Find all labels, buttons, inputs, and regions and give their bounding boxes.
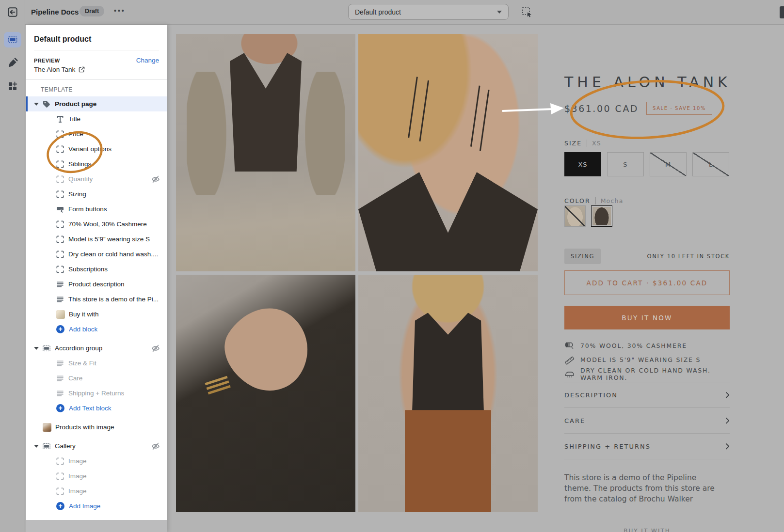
section-picker-icon[interactable] (522, 7, 533, 18)
tree-item-sizing[interactable]: Sizing (26, 187, 167, 202)
section-icon (43, 344, 50, 352)
accordion-description[interactable]: DESCRIPTION (564, 382, 730, 408)
tree-item-product-page[interactable]: Product page (26, 96, 167, 111)
brackets-icon (56, 190, 64, 198)
size-button-xs[interactable]: XS (564, 152, 601, 176)
change-preview-link[interactable]: Change (136, 57, 159, 64)
tree-item-gallery[interactable]: Gallery (26, 438, 167, 454)
exit-editor-icon[interactable] (7, 6, 18, 18)
tree-item-siblings[interactable]: Siblings (26, 156, 167, 172)
brackets-icon (56, 235, 64, 243)
title-icon (56, 115, 64, 123)
tree-item-products-with-image[interactable]: Products with image (26, 420, 167, 435)
theme-editor-screen: { "topbar": { "title": "Pipeline Docs", … (0, 0, 784, 532)
selected-size: XS (592, 140, 601, 147)
color-swatch-mocha[interactable] (591, 205, 612, 227)
rail-theme-settings-icon[interactable] (4, 55, 21, 71)
hidden-eye-icon[interactable] (151, 442, 160, 451)
product-photo-4[interactable] (358, 275, 538, 512)
brackets-icon (56, 175, 64, 183)
text-icon (56, 296, 64, 303)
feature-row: MODEL IS 5'9" WEARING SIZE S (564, 353, 730, 367)
tree-item-70-wool-30-cashmere[interactable]: 70% Wool, 30% Cashmere (26, 217, 167, 232)
tree-item-form-buttons[interactable]: Form buttons (26, 202, 167, 217)
feature-text: DRY CLEAN OR COLD HAND WASH. WARM IRON. (580, 367, 730, 381)
sizing-button[interactable]: SIZING (564, 249, 601, 264)
tree-item-label: Product description (68, 281, 125, 288)
external-link-icon[interactable] (79, 66, 85, 73)
sections-sidebar: Default product PREVIEW Change The Alon … (26, 25, 167, 532)
tree-item-label: Title (68, 115, 80, 123)
product-photo-3[interactable] (176, 275, 355, 512)
brackets-icon (56, 487, 64, 495)
size-button-m[interactable]: M (650, 152, 687, 176)
tree-item-label: Products with image (55, 423, 114, 431)
tree-item-this-store-is-a-demo-of-the-pi[interactable]: This store is a demo of the Pi... (26, 292, 167, 307)
color-option-row: COLOR Mocha (564, 197, 624, 204)
product-photo-1[interactable] (176, 34, 355, 271)
accordion-care[interactable]: CARE (564, 408, 730, 434)
color-swatches (564, 205, 612, 227)
overflow-menu-icon[interactable]: ••• (114, 7, 126, 15)
buy-it-now-button[interactable]: BUY IT NOW (564, 306, 730, 329)
tree-item-product-description[interactable]: Product description (26, 277, 167, 292)
tree-item-subscriptions[interactable]: Subscriptions (26, 262, 167, 277)
tree-item-add-text-block[interactable]: +Add Text block (26, 401, 167, 416)
size-button-l[interactable]: L (692, 152, 729, 176)
status-badge: Draft (80, 6, 104, 16)
caret-down-icon[interactable] (34, 347, 39, 350)
tree-item-size-fit[interactable]: Size & Fit (26, 356, 167, 371)
editor-top-bar: Pipeline Docs Draft ••• Default product (25, 0, 784, 25)
add-icon: + (56, 325, 64, 333)
tree-item-image[interactable]: Image (26, 484, 167, 499)
add-to-cart-button[interactable]: ADD TO CART · $361.00 CAD (564, 270, 730, 295)
tree-item-quantity[interactable]: Quantity (26, 172, 167, 187)
brackets-icon (56, 250, 64, 258)
product-title: THE ALON TANK (564, 74, 731, 91)
tree-item-label: Sizing (68, 190, 86, 198)
dim-overlay-band (26, 520, 167, 532)
fabric-icon (564, 341, 575, 351)
brackets-icon (56, 457, 64, 465)
hidden-eye-icon[interactable] (151, 175, 160, 184)
product-photo-2[interactable] (358, 34, 538, 271)
tree-item-variant-options[interactable]: Variant options (26, 141, 167, 156)
hidden-eye-icon[interactable] (151, 344, 160, 353)
tree-item-image[interactable]: Image (26, 454, 167, 469)
size-button-s[interactable]: S (607, 152, 644, 176)
tree-item-buy-it-with[interactable]: Buy it with (26, 307, 167, 322)
section-icon (43, 442, 50, 450)
buy-it-with-cutoff: BUY IT WITH (564, 528, 730, 532)
tree-item-label: Model is 5’9” wearing size S (68, 235, 150, 243)
tree-item-model-is-5-9-wearing-size-s[interactable]: Model is 5’9” wearing size S (26, 232, 167, 247)
rail-apps-icon[interactable] (4, 78, 21, 94)
tree-item-add-block[interactable]: +Add block (26, 322, 167, 337)
product-features: 70% WOOL, 30% CASHMEREMODEL IS 5'9" WEAR… (564, 339, 730, 381)
size-label: SIZE (564, 140, 582, 147)
accordion-shipping-returns[interactable]: SHIPPING + RETURNS (564, 434, 730, 459)
tree-item-shipping-returns[interactable]: Shipping + Returns (26, 386, 167, 401)
tree-item-title[interactable]: Title (26, 111, 167, 126)
tree-item-image[interactable]: Image (26, 469, 167, 484)
preview-product-link[interactable]: The Alon Tank (26, 64, 167, 79)
store-title: Pipeline Docs (31, 8, 79, 16)
template-selector-dropdown[interactable]: Default product (348, 4, 509, 20)
brackets-icon (56, 266, 64, 273)
feature-text: 70% WOOL, 30% CASHMERE (580, 342, 687, 349)
tree-item-dry-clean-or-cold-hand-wash[interactable]: Dry clean or cold hand wash.... (26, 247, 167, 262)
caret-down-icon[interactable] (34, 445, 39, 448)
caret-down-icon[interactable] (34, 103, 39, 106)
rail-divider (0, 24, 25, 24)
product-gallery (176, 34, 538, 512)
feature-row: 70% WOOL, 30% CASHMERE (564, 339, 730, 353)
tree-item-label: Add Image (69, 502, 100, 510)
add-icon: + (56, 502, 64, 510)
tree-item-label: Accordion group (55, 344, 102, 352)
tree-item-accordion-group[interactable]: Accordion group (26, 341, 167, 356)
tree-item-add-image[interactable]: +Add Image (26, 499, 167, 514)
tree-item-price[interactable]: Price (26, 126, 167, 141)
tree-item-care[interactable]: Care (26, 371, 167, 386)
color-swatch-cream[interactable] (564, 205, 586, 227)
size-option-row: SIZE XS (564, 140, 601, 147)
rail-sections-icon[interactable] (4, 32, 21, 47)
